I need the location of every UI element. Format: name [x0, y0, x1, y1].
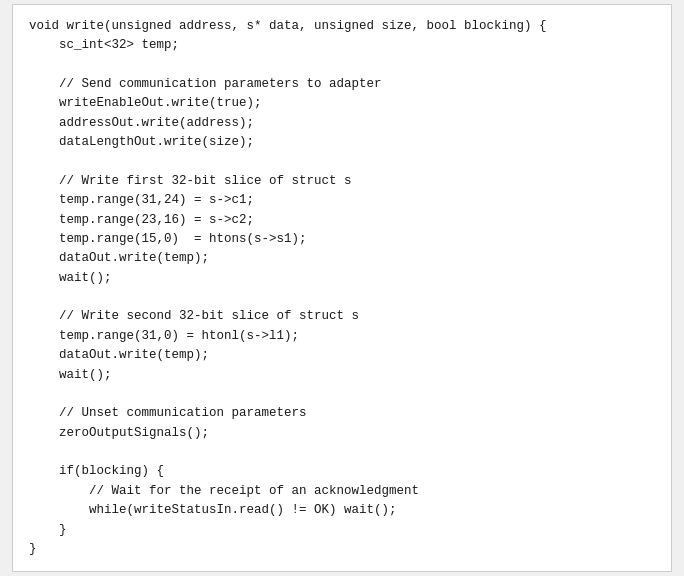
- code-container: void write(unsigned address, s* data, un…: [12, 4, 672, 573]
- code-block: void write(unsigned address, s* data, un…: [29, 17, 655, 560]
